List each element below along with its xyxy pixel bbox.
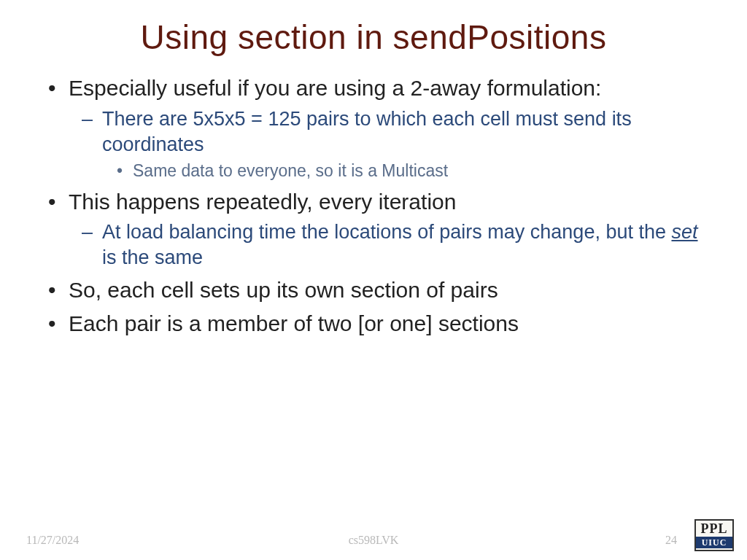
bullet-3: So, each cell sets up its own section of…: [64, 276, 712, 304]
bullet-2-1-post: is the same: [102, 246, 203, 268]
slide-title: Using section in sendPositions: [35, 18, 712, 57]
bullet-1-1-1: Same data to everyone, so it is a Multic…: [131, 160, 712, 182]
bullet-list-l3: Same data to everyone, so it is a Multic…: [102, 160, 712, 182]
slide: Using section in sendPositions Especiall…: [0, 0, 747, 560]
bullet-2-text: This happens repeatedly, every iteration: [69, 190, 456, 214]
bullet-2-1-set: set: [671, 221, 697, 243]
bullet-2-1-pre: At load balancing time the locations of …: [102, 221, 671, 243]
ppl-uiuc-logo: PPL UIUC: [694, 519, 734, 551]
logo-bot: UIUC: [696, 537, 732, 548]
bullet-list-l2: There are 5x5x5 = 125 pairs to which eac…: [69, 106, 712, 182]
bullet-1-1: There are 5x5x5 = 125 pairs to which eac…: [99, 106, 712, 182]
bullet-3-text: So, each cell sets up its own section of…: [69, 278, 498, 302]
logo-top: PPL: [696, 521, 732, 537]
bullet-2-1: At load balancing time the locations of …: [99, 219, 712, 271]
bullet-1-1-text: There are 5x5x5 = 125 pairs to which eac…: [102, 108, 632, 155]
bullet-4-text: Each pair is a member of two [or one] se…: [69, 311, 519, 335]
footer-page: 24: [665, 534, 677, 547]
bullet-1-1-1-text: Same data to everyone, so it is a Multic…: [133, 161, 448, 180]
bullet-1: Especially useful if you are using a 2-a…: [64, 74, 712, 182]
footer-course: cs598LVK: [0, 534, 747, 547]
bullet-list-l2-b: At load balancing time the locations of …: [69, 219, 712, 271]
bullet-list: Especially useful if you are using a 2-a…: [35, 74, 712, 337]
bullet-1-text: Especially useful if you are using a 2-a…: [69, 76, 601, 100]
bullet-2: This happens repeatedly, every iteration…: [64, 188, 712, 271]
bullet-4: Each pair is a member of two [or one] se…: [64, 310, 712, 338]
